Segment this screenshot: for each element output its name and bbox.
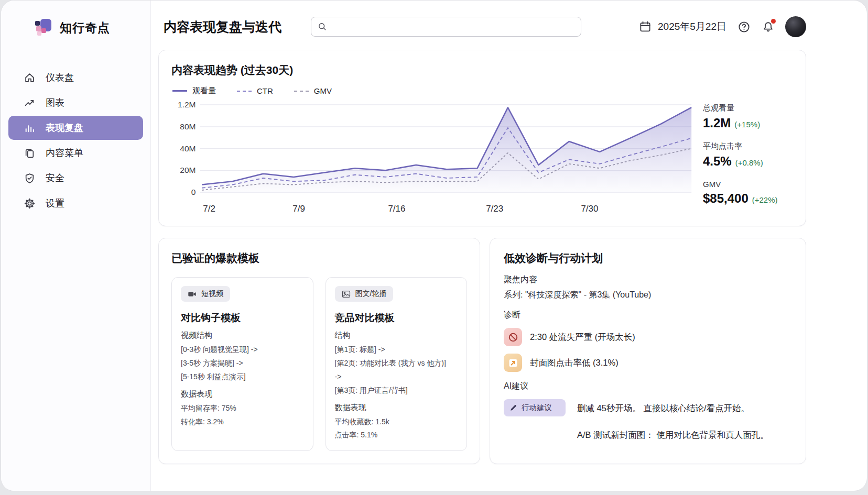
ai-suggestion-row: A/B 测试新封面图： 使用对比色背景和真人面孔。 — [504, 426, 792, 442]
stat-label: GMV — [703, 180, 793, 189]
chart-area: 020M40M80M1.2M7/27/97/167/237/30 — [171, 98, 695, 221]
focus-title: 聚焦内容 — [504, 274, 792, 285]
bar-chart-icon — [24, 123, 35, 134]
svg-text:1.2M: 1.2M — [178, 100, 196, 109]
legend-item-ctr[interactable]: CTR — [237, 86, 273, 95]
template-name: 对比钩子模板 — [181, 311, 304, 325]
sidebar: 知行奇点 仪表盘 图表 表现复盘 内容菜单 安全 — [1, 1, 151, 491]
stat-value: $85,400 — [703, 191, 748, 206]
ai-title: AI建议 — [504, 381, 792, 392]
brand-logo-icon — [35, 18, 53, 37]
legend-label: 观看量 — [192, 86, 216, 96]
legend-item-gmv[interactable]: GMV — [294, 86, 332, 95]
svg-text:7/9: 7/9 — [292, 204, 305, 214]
template-structure-title: 视频结构 — [181, 331, 304, 340]
sidebar-item-dashboard[interactable]: 仪表盘 — [8, 65, 143, 90]
avatar[interactable] — [785, 16, 806, 37]
stat-label: 总观看量 — [703, 103, 793, 113]
template-metrics-title: 数据表现 — [181, 389, 304, 399]
sidebar-item-performance-review[interactable]: 表现复盘 — [8, 116, 143, 140]
shield-check-icon — [24, 173, 35, 184]
bottom-row: 已验证的爆款模板 短视频 对比钩子模板 视频结构 [0-3秒 问题视觉呈现] -… — [158, 238, 806, 464]
search-input[interactable] — [331, 23, 574, 31]
app-window: 知行奇点 仪表盘 图表 表现复盘 内容菜单 安全 — [1, 0, 867, 491]
svg-text:7/30: 7/30 — [581, 204, 598, 214]
template-metric-line: 平均留存率: 75% — [181, 402, 304, 415]
legend-label: GMV — [314, 86, 332, 95]
templates-card-title: 已验证的爆款模板 — [171, 251, 467, 266]
sidebar-item-label: 仪表盘 — [46, 71, 74, 84]
stat-delta: (+0.8%) — [735, 158, 763, 167]
legend-swatch-dashed — [294, 91, 309, 92]
diagnosis-item-dropoff: 2:30 处流失严重 (开场太长) — [504, 328, 792, 346]
topbar-right: 2025年5月22日 — [639, 16, 806, 37]
home-icon — [24, 72, 35, 83]
calendar-icon — [639, 20, 652, 33]
notifications-button[interactable] — [761, 20, 775, 34]
svg-text:80M: 80M — [180, 122, 196, 131]
sidebar-item-label: 安全 — [46, 172, 64, 184]
date-control[interactable]: 2025年5月22日 — [639, 20, 726, 34]
search-box[interactable] — [311, 17, 581, 37]
sidebar-item-label: 图表 — [46, 96, 64, 109]
sidebar-item-charts[interactable]: 图表 — [8, 91, 143, 115]
diagnosis-card: 低效诊断与行动计划 聚焦内容 系列: "科技深度探索" - 第3集 (YouTu… — [490, 238, 806, 464]
template-structure-line: [3-5秒 方案揭晓] -> — [181, 357, 304, 370]
low-ctr-icon — [504, 354, 522, 372]
suggestion-text: 删减 45秒开场。 直接以核心结论/看点开始。 — [577, 399, 792, 415]
action-badge-label: 行动建议 — [522, 403, 552, 413]
template-structure-line: [第2页: 功能对比表 (我方 vs 他方)] — [335, 357, 458, 370]
template-structure-line: [第1页: 标题] -> — [335, 343, 458, 357]
stat-total-views: 总观看量 1.2M (+15%) — [703, 103, 793, 130]
template-structure-line: [5-15秒 利益点演示] — [181, 370, 304, 384]
diagnosis-text: 封面图点击率低 (3.1%) — [530, 357, 619, 369]
legend-label: CTR — [257, 86, 273, 95]
page-title: 内容表现复盘与迭代 — [164, 18, 281, 36]
template-type-badge: 短视频 — [181, 286, 230, 302]
template-metric-line: 点击率: 5.1% — [335, 428, 458, 442]
brand-name: 知行奇点 — [60, 20, 110, 36]
chart-legend: 观看量 CTR GMV — [172, 86, 793, 96]
image-icon — [342, 290, 351, 299]
video-camera-icon — [188, 290, 197, 299]
legend-swatch-solid — [172, 90, 187, 92]
copy-icon — [24, 148, 35, 159]
sidebar-item-settings[interactable]: 设置 — [8, 191, 143, 215]
diagnosis-title: 诊断 — [504, 310, 792, 321]
template-metric-line: 平均收藏数: 1.5k — [335, 415, 458, 429]
template-structure-line: [第3页: 用户证言/背书] — [335, 384, 458, 398]
svg-text:7/23: 7/23 — [486, 204, 503, 214]
sidebar-item-content-menu[interactable]: 内容菜单 — [8, 141, 143, 165]
stat-avg-ctr: 平均点击率 4.5% (+0.8%) — [703, 141, 793, 169]
topbar: 内容表现复盘与迭代 2025年5月22日 — [158, 1, 806, 50]
template-metric-line: 转化率: 3.2% — [181, 415, 304, 429]
template-type-badge: 图文/轮播 — [335, 286, 394, 302]
notification-dot — [771, 19, 776, 24]
legend-swatch-dashed — [237, 91, 252, 92]
ai-suggestion-row: 行动建议 删减 45秒开场。 直接以核心结论/看点开始。 — [504, 399, 792, 416]
stat-delta: (+15%) — [734, 120, 760, 129]
stat-label: 平均点击率 — [703, 141, 793, 151]
suggestion-text: A/B 测试新封面图： 使用对比色背景和真人面孔。 — [577, 426, 792, 442]
diagnosis-item-low-ctr: 封面图点击率低 (3.1%) — [504, 354, 792, 372]
legend-item-views[interactable]: 观看量 — [172, 86, 216, 96]
svg-text:20M: 20M — [180, 166, 196, 175]
search-icon — [318, 22, 327, 31]
trend-card-title: 内容表现趋势 (过去30天) — [171, 63, 793, 78]
no-entry-icon — [504, 328, 522, 346]
sidebar-item-label: 设置 — [46, 197, 64, 210]
diagnosis-card-title: 低效诊断与行动计划 — [504, 251, 792, 266]
template-card-carousel: 图文/轮播 竞品对比模板 结构 [第1页: 标题] -> [第2页: 功能对比表… — [326, 277, 468, 451]
help-button[interactable] — [737, 20, 751, 34]
stat-gmv: GMV $85,400 (+22%) — [703, 180, 793, 206]
sidebar-item-label: 表现复盘 — [46, 122, 83, 134]
template-structure-title: 结构 — [335, 331, 458, 340]
trend-icon — [24, 97, 35, 108]
trend-body: 020M40M80M1.2M7/27/97/167/237/30 总观看量 1.… — [171, 98, 793, 221]
sidebar-item-security[interactable]: 安全 — [8, 166, 143, 190]
focus-text: 系列: "科技深度探索" - 第3集 (YouTube) — [504, 290, 792, 301]
trend-chart: 020M40M80M1.2M7/27/97/167/237/30 — [171, 98, 695, 221]
sidebar-item-label: 内容菜单 — [46, 147, 83, 159]
badge-label: 图文/轮播 — [355, 289, 387, 299]
pencil-icon — [509, 404, 517, 412]
